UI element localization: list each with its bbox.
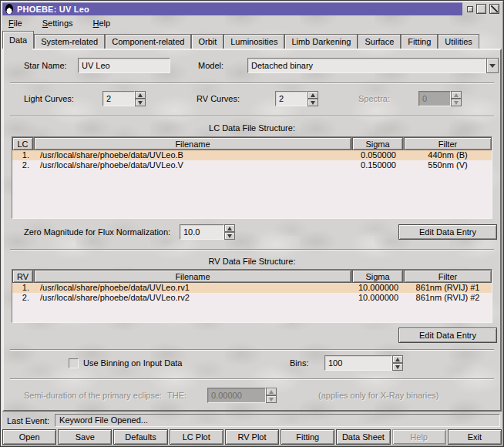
arrow-up-icon	[227, 227, 232, 230]
light-curves-input[interactable]: 2	[102, 91, 135, 106]
spin-up-button[interactable]	[224, 224, 235, 232]
bins-label: Bins:	[290, 358, 308, 368]
penguin-app-icon	[5, 4, 13, 14]
row-filename: /usr/local/share/phoebe/data/UVLeo.B	[33, 150, 353, 160]
rv-col-header-filter[interactable]: Filter	[404, 270, 492, 283]
defaults-button[interactable]: Defaults	[113, 429, 167, 445]
light-curves-stepper[interactable]	[135, 91, 146, 106]
tab-component-related[interactable]: Component-related	[105, 34, 191, 49]
row-sigma: 0.050000	[353, 150, 404, 160]
arrow-up-icon	[395, 358, 400, 361]
spin-up-button[interactable]	[135, 91, 146, 99]
spectra-input: 0	[418, 91, 451, 106]
title-bar[interactable]: PHOEBE: UV Leo	[2, 2, 502, 15]
row-filter: 550nm (V)	[404, 160, 492, 170]
tab-limb-darkening[interactable]: Limb Darkening	[284, 34, 358, 49]
lc-col-header-lc[interactable]: LC	[12, 137, 33, 150]
arrow-down-icon	[454, 101, 459, 105]
window-title: PHOEBE: UV Leo	[17, 5, 89, 14]
arrow-up-icon	[138, 93, 143, 97]
eclipse-label: Semi-duration of the primary eclipse:	[24, 391, 162, 400]
model-select[interactable]: Detached binary	[247, 58, 486, 73]
binning-checkbox[interactable]	[69, 358, 79, 368]
spin-down-button[interactable]	[307, 99, 318, 106]
row-sigma: 10.000000	[353, 293, 404, 303]
tab-bar: Data System-related Component-related Or…	[1, 31, 503, 49]
spin-up-button[interactable]	[307, 91, 318, 99]
rv-curves-stepper[interactable]	[307, 91, 318, 106]
row-filename: /usr/local/share/phoebe/data/UVLeo.rv1	[33, 283, 353, 293]
rv-curves-label: RV Curves:	[197, 94, 240, 103]
bins-input[interactable]: 100	[324, 355, 392, 371]
tab-surface[interactable]: Surface	[358, 34, 401, 49]
arrow-down-icon	[138, 101, 143, 105]
bins-stepper[interactable]	[392, 355, 403, 371]
spin-up-button[interactable]	[392, 355, 403, 363]
spin-up-button	[451, 91, 462, 99]
lc-table-row[interactable]: 2. /usr/local/share/phoebe/data/UVLeo.V …	[12, 160, 492, 170]
minimize-icon[interactable]	[467, 6, 473, 12]
lc-col-header-filter[interactable]: Filter	[404, 137, 492, 150]
separator	[10, 249, 494, 250]
edit-rv-data-button[interactable]: Edit Data Entry	[398, 328, 497, 343]
rv-col-header-sigma[interactable]: Sigma	[352, 270, 403, 283]
exit-button[interactable]: Exit	[448, 429, 502, 445]
menu-settings[interactable]: Settings	[42, 18, 73, 28]
lc-plot-button[interactable]: LC Plot	[170, 429, 223, 445]
arrow-down-icon	[395, 365, 400, 369]
arrow-up-icon	[454, 93, 459, 97]
maximize-icon[interactable]	[476, 4, 486, 14]
rv-col-header-filename[interactable]: Filename	[34, 270, 351, 283]
spin-down-button[interactable]	[135, 99, 146, 106]
the-label: THE:	[167, 391, 186, 400]
separator	[10, 82, 494, 84]
spectra-stepper	[451, 91, 462, 106]
rv-table-row[interactable]: 2. /usr/local/share/phoebe/data/UVLeo.rv…	[12, 293, 492, 303]
lc-table-row[interactable]: 1. /usr/local/share/phoebe/data/UVLeo.B …	[12, 150, 492, 160]
tab-data[interactable]: Data	[2, 31, 34, 49]
data-sheet-button[interactable]: Data Sheet	[336, 429, 390, 445]
edit-lc-data-button[interactable]: Edit Data Entry	[398, 224, 497, 240]
fitting-button[interactable]: Fitting	[281, 429, 334, 445]
lc-col-header-sigma[interactable]: Sigma	[352, 137, 403, 150]
close-icon[interactable]	[489, 4, 499, 14]
arrow-up-icon	[311, 93, 315, 97]
row-index: 2.	[12, 160, 33, 170]
spin-up-button	[266, 388, 277, 395]
tab-orbit[interactable]: Orbit	[191, 34, 223, 49]
rv-section-title: RV Data File Structure:	[4, 257, 500, 266]
help-button: Help	[392, 429, 446, 445]
tab-luminosities[interactable]: Luminosities	[223, 34, 284, 49]
rv-curves-input[interactable]: 2	[275, 91, 307, 106]
row-filter: 861nm (RVIJ) #1	[404, 283, 492, 293]
star-name-input[interactable]: UV Leo	[78, 58, 170, 73]
spectra-label: Spectra:	[358, 94, 390, 103]
rv-table-row[interactable]: 1. /usr/local/share/phoebe/data/UVLeo.rv…	[12, 283, 492, 293]
menu-file[interactable]: File	[8, 18, 22, 28]
spin-down-button[interactable]	[224, 232, 235, 240]
tab-system-related[interactable]: System-related	[34, 34, 105, 49]
zero-mag-stepper[interactable]	[224, 224, 235, 240]
spin-down-button[interactable]	[392, 363, 403, 371]
lc-table-empty-area	[12, 170, 492, 218]
open-button[interactable]: Open	[2, 429, 56, 445]
menu-help[interactable]: Help	[93, 18, 111, 28]
footer-button-bar: Open Save Defaults LC Plot RV Plot Fitti…	[2, 429, 502, 445]
phoebe-window: PHOEBE: UV Leo File Settings Help Data S…	[0, 0, 504, 447]
model-label: Model:	[198, 61, 223, 70]
zero-mag-input[interactable]: 10.0	[180, 224, 224, 240]
zero-mag-label: Zero Magnitude for Flux Normalization:	[24, 227, 170, 237]
rv-plot-button[interactable]: RV Plot	[225, 429, 279, 445]
lc-col-header-filename[interactable]: Filename	[34, 137, 351, 150]
model-dropdown-button[interactable]	[486, 58, 499, 73]
star-name-label: Star Name:	[24, 61, 67, 70]
rv-col-header-rv[interactable]: RV	[12, 270, 33, 283]
tab-utilities[interactable]: Utilities	[438, 34, 479, 49]
arrow-up-icon	[269, 390, 274, 394]
row-filename: /usr/local/share/phoebe/data/UVLeo.V	[33, 160, 353, 170]
lc-section-title: LC Data File Structure:	[4, 123, 500, 133]
tab-fitting[interactable]: Fitting	[401, 34, 438, 49]
light-curves-label: Light Curves:	[24, 94, 74, 103]
save-button[interactable]: Save	[58, 429, 112, 445]
row-sigma: 0.150000	[353, 160, 404, 170]
